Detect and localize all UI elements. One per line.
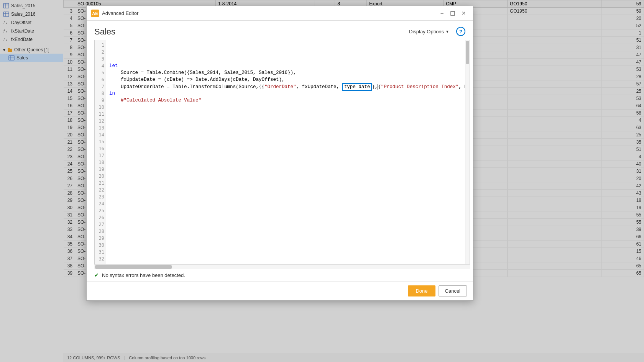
line-number: 28 xyxy=(95,228,106,235)
status-message: No syntax errors have been detected. xyxy=(102,272,185,278)
code-line xyxy=(109,56,462,62)
dialog-header: Sales Display Options ▼ ? xyxy=(87,21,473,40)
code-line xyxy=(109,111,462,118)
code-line: #"Calculated Absolute Value" xyxy=(109,97,462,104)
dialog-icon: AE xyxy=(91,10,99,17)
line-number: 15 xyxy=(95,138,106,145)
code-line xyxy=(109,221,462,228)
dropdown-arrow-icon: ▼ xyxy=(445,29,449,34)
dialog-titlebar: AE Advanced Editor – ✕ xyxy=(87,6,473,21)
line-number: 30 xyxy=(95,242,106,249)
status-check-icon: ✔ xyxy=(94,272,99,278)
line-number: 31 xyxy=(95,249,106,256)
code-line xyxy=(109,187,462,193)
code-line xyxy=(109,49,462,56)
code-line xyxy=(109,193,462,200)
query-name-title: Sales xyxy=(94,27,115,37)
svg-rect-17 xyxy=(451,11,455,15)
line-number: 8 xyxy=(95,90,106,97)
line-number: 14 xyxy=(95,131,106,138)
code-line xyxy=(109,118,462,124)
code-line xyxy=(109,228,462,235)
scrollbar-thumb xyxy=(466,41,469,64)
line-number: 26 xyxy=(95,214,106,221)
line-number: 20 xyxy=(95,173,106,180)
code-line xyxy=(109,256,462,262)
code-line xyxy=(109,131,462,138)
code-line xyxy=(109,42,462,49)
code-line: fxUpdateDate = (cDate) => Date.AddDays(c… xyxy=(109,76,462,83)
editor-scrollbar[interactable] xyxy=(465,40,470,264)
line-number: 12 xyxy=(95,118,106,124)
dialog-body: Sales Display Options ▼ ? 12345678910111… xyxy=(87,21,473,300)
maximize-button[interactable] xyxy=(448,8,458,18)
editor-section: 1234567891011121314151617181920212223242… xyxy=(94,40,470,269)
line-number: 29 xyxy=(95,235,106,242)
dialog-status: ✔ No syntax errors have been detected. xyxy=(87,269,473,281)
horizontal-scrollbar[interactable] xyxy=(94,264,470,269)
help-icon: ? xyxy=(459,29,462,34)
line-number: 10 xyxy=(95,104,106,111)
code-line xyxy=(109,173,462,180)
display-options-label: Display Options xyxy=(409,29,444,34)
code-line xyxy=(109,180,462,187)
line-number: 25 xyxy=(95,207,106,214)
line-number: 6 xyxy=(95,76,106,83)
code-line xyxy=(109,138,462,145)
code-line xyxy=(109,235,462,242)
line-number: 16 xyxy=(95,145,106,152)
minimize-button[interactable]: – xyxy=(437,8,447,18)
close-button[interactable]: ✕ xyxy=(458,8,468,18)
help-button[interactable]: ? xyxy=(456,27,465,36)
line-number: 21 xyxy=(95,180,106,187)
advanced-editor-dialog: AE Advanced Editor – ✕ Sales Display Opt… xyxy=(86,6,473,301)
display-options-button[interactable]: Display Options ▼ xyxy=(406,27,452,36)
line-number: 13 xyxy=(95,124,106,131)
code-line xyxy=(109,104,462,111)
line-number: 17 xyxy=(95,152,106,159)
line-number: 18 xyxy=(95,159,106,166)
dialog-title: Advanced Editor xyxy=(102,10,436,16)
line-number: 7 xyxy=(95,83,106,90)
code-line: in xyxy=(109,90,462,97)
line-number: 1 xyxy=(95,42,106,49)
code-line xyxy=(109,145,462,152)
code-line xyxy=(109,214,462,221)
line-number: 5 xyxy=(95,69,106,76)
code-line xyxy=(109,152,462,159)
line-numbers: 1234567891011121314151617181920212223242… xyxy=(95,40,106,264)
line-number: 24 xyxy=(95,200,106,207)
line-number: 4 xyxy=(95,62,106,69)
line-number: 23 xyxy=(95,193,106,200)
cancel-button[interactable]: Cancel xyxy=(439,285,467,296)
line-number: 9 xyxy=(95,97,106,104)
dialog-options: Display Options ▼ ? xyxy=(406,27,465,36)
line-number: 3 xyxy=(95,56,106,62)
line-number: 19 xyxy=(95,166,106,173)
code-line xyxy=(109,207,462,214)
line-number: 27 xyxy=(95,221,106,228)
done-button[interactable]: Done xyxy=(408,285,435,296)
code-line: let xyxy=(109,62,462,69)
dialog-footer: Done Cancel xyxy=(87,281,473,300)
code-line: Source = Table.Combine({Sales_2014, Sale… xyxy=(109,69,462,76)
code-line xyxy=(109,159,462,166)
code-line xyxy=(109,249,462,256)
maximize-icon xyxy=(450,11,455,16)
code-editor-input[interactable]: let Source = Table.Combine({Sales_2014, … xyxy=(106,40,465,264)
hscroll-thumb xyxy=(95,265,172,269)
code-line xyxy=(109,200,462,207)
code-line xyxy=(109,124,462,131)
line-number: 32 xyxy=(95,256,106,262)
code-line: UpdateOrderDate = Table.TransformColumns… xyxy=(109,83,462,90)
editor-container[interactable]: 1234567891011121314151617181920212223242… xyxy=(94,40,470,264)
code-line xyxy=(109,166,462,173)
line-number: 2 xyxy=(95,49,106,56)
code-line xyxy=(109,242,462,249)
line-number: 22 xyxy=(95,187,106,193)
line-number: 11 xyxy=(95,111,106,118)
